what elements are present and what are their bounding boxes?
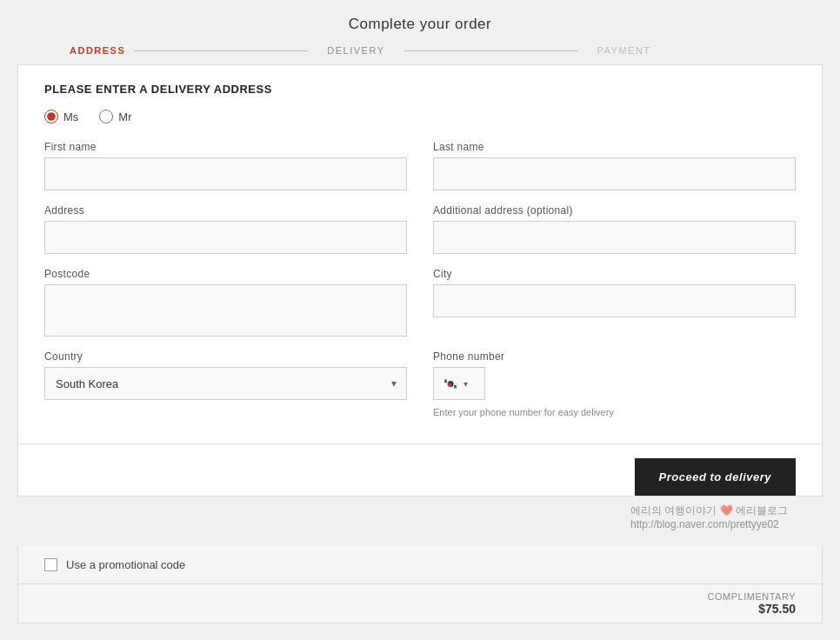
country-select[interactable]: South Korea United States France Japan C… [44, 367, 407, 400]
button-section: Proceed to delivery [17, 444, 823, 497]
salutation-mr-option[interactable]: Mr [99, 110, 131, 123]
summary-bar: Complimentary $75.50 [17, 584, 823, 623]
salutation-ms-label: Ms [63, 110, 78, 123]
step-payment-label: PAYMENT [587, 45, 662, 56]
phone-country-select[interactable]: ▾ [433, 367, 485, 400]
first-name-label: First name [44, 141, 407, 153]
main-form-area: PLEASE ENTER A DELIVERY ADDRESS Ms Mr Fi… [17, 64, 823, 444]
summary-amount: $75.50 [758, 602, 796, 616]
promo-label: Use a promotional code [66, 558, 185, 571]
step-delivery-label: DELIVERY [317, 45, 395, 56]
city-input[interactable] [433, 284, 796, 317]
promo-checkbox[interactable] [44, 558, 57, 571]
phone-label: Phone number [433, 350, 796, 363]
last-name-input[interactable] [433, 157, 796, 190]
page-title: Complete your order [349, 16, 491, 32]
postcode-label: Postcode [44, 268, 407, 280]
page-title-bar: Complete your order [0, 0, 840, 40]
korea-flag-icon [441, 377, 460, 390]
salutation-mr-radio[interactable] [99, 110, 113, 123]
country-select-wrapper: South Korea United States France Japan C… [44, 367, 407, 400]
postcode-input[interactable] [44, 284, 407, 337]
additional-address-group: Additional address (optional) [433, 204, 796, 254]
step-address-label: ADDRESS [70, 45, 125, 56]
blog-watermark: 에리의 여행이야기 ❤️ 에리블로그http://blog.naver.com/… [0, 497, 840, 537]
blog-text: 에리의 여행이야기 ❤️ 에리블로그http://blog.naver.com/… [630, 503, 788, 530]
postcode-group: Postcode [44, 268, 407, 337]
steps-bar: ADDRESS DELIVERY PAYMENT [0, 40, 840, 64]
additional-address-label: Additional address (optional) [433, 204, 796, 217]
salutation-ms-radio[interactable] [44, 110, 58, 123]
salutation-group: Ms Mr [44, 110, 796, 123]
last-name-label: Last name [433, 141, 796, 153]
city-label: City [433, 268, 796, 280]
proceed-to-delivery-button[interactable]: Proceed to delivery [635, 458, 796, 496]
phone-group: Phone number [433, 350, 796, 417]
additional-address-input[interactable] [433, 221, 796, 254]
first-name-group: First name [44, 141, 407, 190]
page-wrapper: Complete your order ADDRESS DELIVERY PAY… [0, 0, 840, 640]
salutation-mr-label: Mr [118, 110, 131, 123]
country-label: Country [44, 350, 407, 363]
form-fields-grid: First name Last name Address Additional … [44, 141, 796, 417]
promo-section: Use a promotional code [17, 546, 823, 584]
salutation-ms-option[interactable]: Ms [44, 110, 78, 123]
form-section-title: PLEASE ENTER A DELIVERY ADDRESS [44, 83, 796, 96]
last-name-group: Last name [433, 141, 796, 190]
phone-input-row: ▾ [433, 367, 796, 400]
first-name-input[interactable] [44, 157, 407, 190]
address-label: Address [44, 204, 407, 217]
phone-helper-text: Enter your phone number for easy deliver… [433, 407, 796, 417]
address-input[interactable] [44, 221, 407, 254]
city-group: City [433, 268, 796, 337]
address-group: Address [44, 204, 407, 254]
summary-label: Complimentary [708, 591, 796, 602]
country-group: Country South Korea United States France… [44, 350, 407, 417]
phone-country-chevron-icon: ▾ [463, 379, 468, 389]
